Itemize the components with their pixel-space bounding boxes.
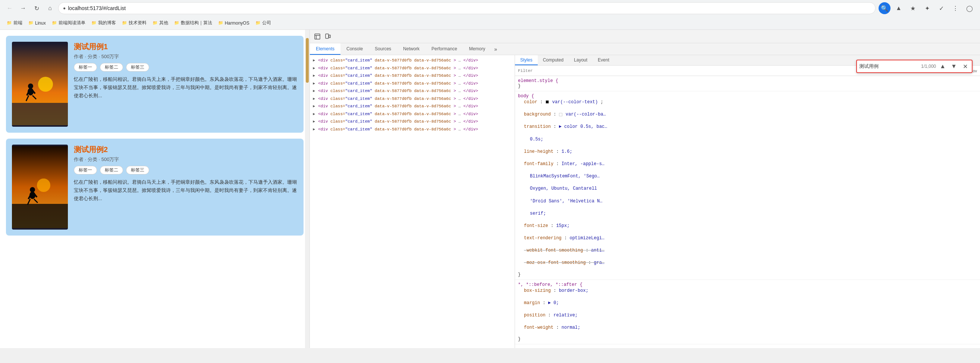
bookmark-label: 数据结构｜算法 xyxy=(181,20,212,26)
tag-1-2[interactable]: 标签二 xyxy=(100,63,123,71)
search-button[interactable]: 🔍 xyxy=(878,2,891,14)
tag-1-1[interactable]: 标签一 xyxy=(74,63,97,71)
svg-point-4 xyxy=(28,84,33,89)
styles-tab-event[interactable]: Event xyxy=(593,55,614,65)
url-text: localhost:5173/#/cardList xyxy=(68,5,871,11)
css-value: BlinkMacSystemFont, 'Sego… xyxy=(530,174,600,179)
bookmark-dsa[interactable]: 📁 数据结构｜算法 xyxy=(172,19,215,27)
css-prop: font-size xyxy=(524,223,548,228)
svg-rect-22 xyxy=(329,35,330,38)
bookmark-label: HarmonyOS xyxy=(225,21,250,26)
dom-node-text: <div class="card_item" data-v-5877d0fb d… xyxy=(318,81,478,87)
bookmark-blog[interactable]: 📁 我的博客 xyxy=(89,19,118,27)
css-value: ► 0; xyxy=(548,300,559,306)
card-desc-2: 忆在广陵初，移船问相识。君骑白马天上来，手把铜章好颜色。东风袅袅吹落花，下马遨予… xyxy=(74,178,298,203)
dom-row-6[interactable]: ► <div class="card_item" data-v-5877d0fb… xyxy=(310,95,515,103)
css-prop: position xyxy=(524,313,546,318)
inspect-element-btn[interactable] xyxy=(313,32,322,41)
tab-console[interactable]: Console xyxy=(340,43,369,55)
find-input[interactable] xyxy=(859,64,919,69)
styles-tab-computed[interactable]: Computed xyxy=(538,55,569,65)
tab-network[interactable]: Network xyxy=(397,43,425,55)
svg-point-13 xyxy=(30,187,35,192)
bookmark-tech[interactable]: 📁 技术资料 xyxy=(120,19,149,27)
bookmark-other[interactable]: 📁 其他 xyxy=(150,19,170,27)
toolbar-right: 🔍 ▲ ★ ✦ ✓ ⋮ ◯ xyxy=(878,2,975,14)
share-button[interactable]: ▲ xyxy=(893,2,905,14)
tab-sources[interactable]: Sources xyxy=(369,43,397,55)
css-prop: background xyxy=(524,112,551,117)
folder-icon: 📁 xyxy=(91,21,97,25)
css-prop: -moz-osx-font-smoothing xyxy=(524,260,586,265)
tab-elements[interactable]: Elements xyxy=(310,43,340,55)
find-close-button[interactable]: ✕ xyxy=(961,62,970,71)
dom-node-text: <div class="card_item" data-v-5877d0fb d… xyxy=(318,103,478,109)
bookmark-reading-list[interactable]: 📁 前端阅读清单 xyxy=(49,19,88,27)
dom-row-5[interactable]: ► <div class="card_item" data-v-5877d0fb… xyxy=(310,87,515,95)
bookmark-qianduan[interactable]: 📁 前端 xyxy=(5,19,25,27)
dom-row-1[interactable]: ► <div class="card_item" data-v-5877d0fb… xyxy=(310,57,515,65)
dom-row-10[interactable]: ► <div class="card_item" data-v-5877d0fb… xyxy=(310,125,515,133)
bookmark-harmony[interactable]: 📁 HarmonyOS xyxy=(216,20,252,27)
back-button[interactable]: ← xyxy=(5,3,15,13)
find-next-button[interactable]: ▼ xyxy=(950,62,958,71)
devtools-more-tabs[interactable]: » xyxy=(491,46,500,52)
css-value: 'Droid Sans', 'Helvetica N… xyxy=(530,199,602,204)
css-value: border-box; xyxy=(559,288,589,293)
dom-row-8[interactable]: ► <div class="card_item" data-v-5877d0fb… xyxy=(310,110,515,118)
card-title-2: 测试用例2 xyxy=(74,144,298,155)
dom-node-text: <div class="card_item" data-v-5877d0fb d… xyxy=(318,111,478,117)
bookmark-linux[interactable]: 📁 Linux xyxy=(26,20,48,27)
folder-icon: 📁 xyxy=(7,21,12,25)
scrollbar-track[interactable] xyxy=(305,30,310,348)
tag-2-3[interactable]: 标签三 xyxy=(126,166,149,174)
bookmark-company[interactable]: 📁 公司 xyxy=(253,19,273,27)
css-close: } xyxy=(518,84,520,89)
card-item-2[interactable]: 测试用例2 作者 · 分类 · 500万字 标签一 标签二 标签三 忆在广陵初，… xyxy=(6,139,304,236)
tab-memory[interactable]: Memory xyxy=(463,43,491,55)
tag-1-3[interactable]: 标签三 xyxy=(126,63,149,71)
address-bar[interactable]: ● localhost:5173/#/cardList xyxy=(58,2,876,14)
dom-triangle: ► xyxy=(313,88,317,94)
css-close: } xyxy=(518,336,520,342)
tag-2-2[interactable]: 标签二 xyxy=(100,166,123,174)
extensions-button[interactable]: ✦ xyxy=(921,2,933,14)
css-value: anti… xyxy=(591,248,605,253)
card-meta-1: 作者 · 分类 · 500万字 xyxy=(74,53,298,60)
reload-button[interactable]: ↻ xyxy=(31,3,42,13)
devtools-toolbar xyxy=(310,30,980,43)
forward-button[interactable]: → xyxy=(18,3,28,13)
find-prev-button[interactable]: ▲ xyxy=(938,62,947,71)
dom-row-7[interactable]: ► <div class="card_item" data-v-5877d0fb… xyxy=(310,103,515,110)
card-title-1: 测试用例1 xyxy=(74,42,298,52)
devtools-panel: Elements Console Sources Network Perform… xyxy=(310,30,980,348)
card-tags-2: 标签一 标签二 标签三 xyxy=(74,166,298,174)
bookmark-button[interactable]: ★ xyxy=(907,2,919,14)
svg-rect-18 xyxy=(315,34,320,39)
device-toolbar-btn[interactable] xyxy=(323,32,332,41)
folder-icon: 📁 xyxy=(218,21,223,25)
tab-performance[interactable]: Performance xyxy=(425,43,463,55)
dom-row-2[interactable]: ► <div class="card_item" data-v-5877d0fb… xyxy=(310,65,515,72)
menu-button[interactable]: ⋮ xyxy=(950,2,961,14)
css-prop: -webkit-font-smoothing xyxy=(524,248,583,253)
card-thumbnail-2 xyxy=(12,144,68,230)
styles-tab-layout[interactable]: Layout xyxy=(569,55,593,65)
styles-tab-styles[interactable]: Styles xyxy=(515,55,538,65)
profile-button[interactable]: ◯ xyxy=(964,2,975,14)
scrollbar-thumb[interactable] xyxy=(306,38,309,83)
css-value: ► color 0.5s, bac… xyxy=(559,124,608,129)
dom-row-9[interactable]: ► <div class="card_item" data-v-5877d0fb… xyxy=(310,118,515,125)
css-selector: element.style { xyxy=(518,78,558,84)
bookmark-label: 公司 xyxy=(262,20,271,26)
dom-row-3[interactable]: ► <div class="card_item" data-v-5877d0fb… xyxy=(310,72,515,80)
devtools-button[interactable]: ✓ xyxy=(935,2,947,14)
home-button[interactable]: ⌂ xyxy=(45,3,55,13)
tag-2-1[interactable]: 标签一 xyxy=(74,166,97,174)
dom-triangle: ► xyxy=(313,103,317,109)
find-bar: 1/1,000 ▲ ▼ ✕ xyxy=(856,60,972,73)
css-value: Oxygen, Ubuntu, Cantarell xyxy=(530,186,597,191)
css-prop: font-weight xyxy=(524,325,554,330)
dom-row-4[interactable]: ► <div class="card_item" data-v-5877d0fb… xyxy=(310,80,515,87)
card-item-1[interactable]: 测试用例1 作者 · 分类 · 500万字 标签一 标签二 标签三 忆在广陵初，… xyxy=(6,36,304,133)
